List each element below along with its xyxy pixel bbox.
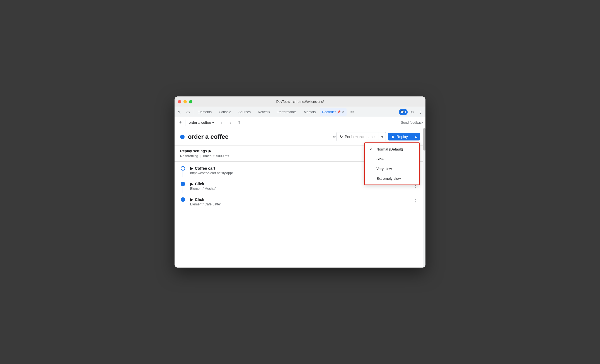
toolbar-divider <box>185 120 185 126</box>
replay-label: Replay <box>396 135 408 139</box>
tab-recorder[interactable]: Recorder 📌 ✕ <box>320 108 346 116</box>
step-timeline-2 <box>180 182 186 186</box>
step-circle-2 <box>181 182 185 186</box>
pin-icon: 📌 <box>337 110 340 113</box>
step-name-2: Click <box>195 182 204 186</box>
tab-performance[interactable]: Performance <box>274 108 300 116</box>
import-button[interactable]: ↓ <box>226 119 234 127</box>
settings-icon[interactable]: ⚙ <box>408 108 416 116</box>
export-button[interactable]: ↑ <box>217 119 225 127</box>
edit-title-icon[interactable]: ✏ <box>333 135 336 139</box>
no-throttling-text: No throttling <box>180 154 198 158</box>
step-name-3: Click <box>195 197 204 202</box>
tab-memory[interactable]: Memory <box>301 108 319 116</box>
speed-very-slow-label: Very slow <box>376 167 415 171</box>
step-circle-1 <box>181 166 185 171</box>
close-button[interactable] <box>178 100 181 103</box>
step-subtitle-3: Element "Cafe Latte" <box>190 202 221 206</box>
perf-panel-wrapper: ↻ Performance panel ▾ <box>336 132 386 141</box>
settings-expand-icon: ▶ <box>209 149 211 153</box>
replay-button-group: ▶ Replay ▲ <box>388 133 420 140</box>
send-feedback-link[interactable]: Send feedback <box>401 121 423 125</box>
devtools-tabs-bar: ↖ ▭ Elements Console Sources Network Per… <box>175 107 425 117</box>
speed-extremely-slow-option[interactable]: Extremely slow <box>365 174 419 183</box>
replay-options-button[interactable]: ▲ <box>412 133 420 140</box>
recording-title: order a coffee <box>188 133 331 140</box>
step-title-2: ▶ Click <box>190 182 216 186</box>
replay-main-button[interactable]: ▶ Replay <box>388 133 412 140</box>
step-name-1: Coffee cart <box>195 166 215 171</box>
recorder-label: Recorder <box>322 110 336 114</box>
minimize-button[interactable] <box>183 100 187 103</box>
header-actions: ↻ Performance panel ▾ ▶ Replay ▲ ✓ <box>336 132 420 141</box>
more-options-icon[interactable]: ⋮ <box>417 108 424 116</box>
delete-button[interactable]: 🗑 <box>235 119 243 127</box>
recording-indicator <box>180 135 185 139</box>
window-title: DevTools - chrome://extensions/ <box>276 100 324 104</box>
right-icons: 💬 1 ⚙ ⋮ <box>399 108 424 116</box>
title-bar: DevTools - chrome://extensions/ <box>175 96 425 107</box>
perf-panel-label: Performance panel <box>345 135 375 139</box>
step-line-1 <box>183 171 183 177</box>
replay-speed-dropdown: ✓ Normal (Default) Slow Very slow Extrem… <box>364 142 420 185</box>
selected-recording-name: order a coffee <box>189 120 211 125</box>
speed-extremely-slow-label: Extremely slow <box>376 176 415 181</box>
tab-divider <box>193 109 193 115</box>
step-expand-icon-1: ▶ <box>190 166 193 171</box>
add-recording-button[interactable]: + <box>177 119 184 126</box>
maximize-button[interactable] <box>189 100 192 103</box>
chat-badge[interactable]: 💬 1 <box>399 109 408 115</box>
step-expand-icon-2: ▶ <box>190 182 193 186</box>
main-content: order a coffee ✏ ↻ Performance panel ▾ ▶… <box>175 128 425 268</box>
scrollbar-thumb[interactable] <box>423 128 425 151</box>
tab-elements[interactable]: Elements <box>194 108 215 116</box>
device-icon[interactable]: ▭ <box>184 108 192 116</box>
step-more-3[interactable]: ⋮ <box>412 197 420 205</box>
check-icon: ✓ <box>369 147 374 151</box>
step-timeline-3 <box>180 197 186 202</box>
recording-actions: ↑ ↓ 🗑 <box>217 119 243 127</box>
step-subtitle-2: Element "Mocha" <box>190 187 216 191</box>
tab-network[interactable]: Network <box>255 108 274 116</box>
speed-slow-label: Slow <box>376 157 415 161</box>
settings-title-text: Replay settings <box>180 149 207 153</box>
timeout-text: Timeout: 5000 ms <box>202 154 229 158</box>
scrollbar-track <box>423 128 425 268</box>
speed-very-slow-option[interactable]: Very slow <box>365 164 419 174</box>
speed-normal-label: Normal (Default) <box>376 147 415 151</box>
step-content-3: ▶ Click Element "Cafe Latte" ⋮ <box>190 197 420 206</box>
tab-sources[interactable]: Sources <box>235 108 254 116</box>
recorder-toolbar: + order a coffee ▾ ↑ ↓ 🗑 Send feedback <box>175 117 425 128</box>
step-line-2 <box>183 186 183 193</box>
devtools-window: DevTools - chrome://extensions/ ↖ ▭ Elem… <box>175 96 425 268</box>
performance-panel-button[interactable]: ↻ Performance panel <box>336 132 379 141</box>
step-click-latte: ▶ Click Element "Cafe Latte" ⋮ <box>180 197 420 206</box>
recording-selector[interactable]: order a coffee ▾ <box>187 119 216 126</box>
play-icon: ▶ <box>392 135 395 139</box>
cursor-icon[interactable]: ↖ <box>176 108 183 116</box>
chat-count: 1 <box>405 110 406 113</box>
traffic-lights <box>178 100 192 103</box>
recording-header: order a coffee ✏ ↻ Performance panel ▾ ▶… <box>175 128 425 145</box>
step-title-3: ▶ Click <box>190 197 221 202</box>
close-tab-icon[interactable]: ✕ <box>342 110 344 113</box>
step-timeline-1 <box>180 166 186 171</box>
tab-console[interactable]: Console <box>216 108 234 116</box>
tab-more[interactable]: >> <box>347 108 358 116</box>
step-url-1: https://coffee-cart.netlify.app/ <box>190 171 233 175</box>
perf-panel-dropdown[interactable]: ▾ <box>379 132 386 141</box>
speed-slow-option[interactable]: Slow <box>365 154 419 164</box>
speed-normal-option[interactable]: ✓ Normal (Default) <box>365 144 419 154</box>
chevron-down-icon: ▾ <box>212 120 214 125</box>
step-expand-icon-3: ▶ <box>190 197 193 202</box>
chat-icon: 💬 <box>400 110 404 113</box>
step-circle-3 <box>181 197 185 202</box>
step-title-1: ▶ Coffee cart <box>190 166 233 171</box>
refresh-icon: ↻ <box>340 135 343 139</box>
